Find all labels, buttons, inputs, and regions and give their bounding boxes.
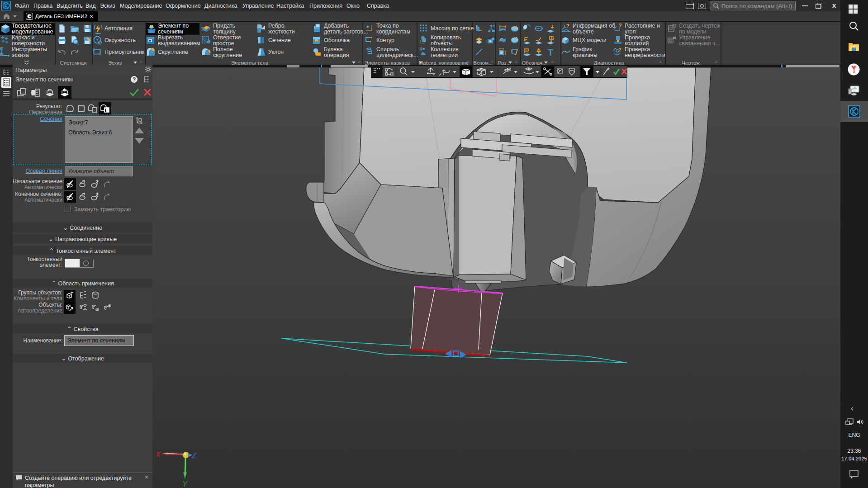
svg-text:T: T xyxy=(548,47,553,57)
svg-text:Z: Z xyxy=(191,452,197,460)
svg-text:Y: Y xyxy=(182,480,188,488)
svg-text:?: ? xyxy=(618,47,621,52)
svg-text:?: ? xyxy=(619,24,622,28)
svg-text:?: ? xyxy=(566,24,569,28)
svg-text:?: ? xyxy=(133,76,136,83)
svg-text:X: X xyxy=(155,450,161,459)
